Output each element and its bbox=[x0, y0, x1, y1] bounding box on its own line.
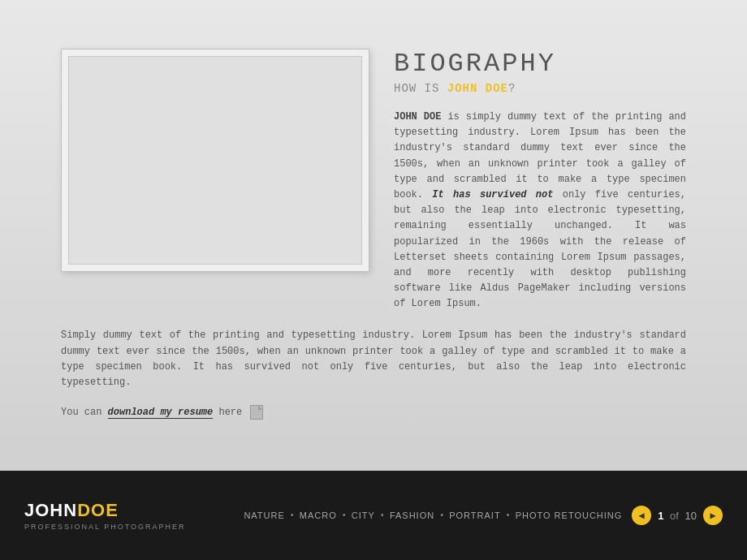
nav-separator: • bbox=[380, 511, 385, 520]
footer-nav: NATURE • MACRO • CITY • FASHION • PORTRA… bbox=[235, 510, 633, 520]
download-suffix: here bbox=[213, 407, 242, 418]
download-line: You can download my resume here bbox=[61, 405, 686, 420]
nav-separator: • bbox=[506, 511, 511, 520]
nav-item-city[interactable]: CITY bbox=[352, 510, 375, 520]
nav-item-nature[interactable]: NATURE bbox=[244, 510, 284, 520]
biography-lower-text: Simply dummy text of the printing and ty… bbox=[61, 328, 686, 390]
biography-subtitle: HOW IS JOHN DOE? bbox=[394, 82, 686, 95]
subtitle-name: JOHN DOE bbox=[447, 82, 508, 95]
logo-first: JOHN bbox=[24, 500, 77, 520]
nav-item-fashion[interactable]: FASHION bbox=[390, 510, 434, 520]
logo-subtitle: PROFESSIONAL PHOTOGRAPHER bbox=[24, 523, 186, 531]
pagination: ◀ 1 of 10 ▶ bbox=[632, 506, 723, 525]
prev-page-button[interactable]: ◀ bbox=[632, 506, 651, 525]
bio-text-p1: is simply dummy text of the printing and… bbox=[394, 111, 686, 200]
logo-second: DOE bbox=[77, 500, 119, 520]
download-resume-link[interactable]: download my resume bbox=[108, 407, 214, 419]
top-section: BIOGRAPHY HOW IS JOHN DOE? JOHN DOE is s… bbox=[61, 49, 686, 312]
nav-separator: • bbox=[439, 511, 444, 520]
next-page-button[interactable]: ▶ bbox=[703, 506, 723, 525]
footer: JOHNDOE PROFESSIONAL PHOTOGRAPHER NATURE… bbox=[0, 471, 747, 560]
page-current: 1 bbox=[658, 510, 663, 522]
biography-main-text: JOHN DOE is simply dummy text of the pri… bbox=[394, 110, 686, 312]
main-content: BIOGRAPHY HOW IS JOHN DOE? JOHN DOE is s… bbox=[0, 0, 747, 471]
subtitle-suffix: ? bbox=[508, 82, 516, 95]
biography-title: BIOGRAPHY bbox=[394, 49, 686, 79]
page-info: 1 of 10 bbox=[658, 510, 697, 522]
footer-logo: JOHNDOE PROFESSIONAL PHOTOGRAPHER bbox=[24, 500, 186, 531]
biography-right: BIOGRAPHY HOW IS JOHN DOE? JOHN DOE is s… bbox=[394, 49, 686, 312]
bio-bold-italic: It has survived not bbox=[432, 189, 553, 200]
nav-item-macro[interactable]: MACRO bbox=[300, 510, 337, 520]
logo-name: JOHNDOE bbox=[24, 500, 186, 521]
bio-bold-name: JOHN DOE bbox=[394, 111, 441, 123]
page-of: of bbox=[667, 510, 681, 522]
nav-item-portrait[interactable]: PORTRAIT bbox=[449, 510, 500, 520]
nav-separator: • bbox=[342, 511, 347, 520]
page-total: 10 bbox=[685, 510, 697, 522]
nav-item-photo-retouching[interactable]: PHOTO RETOUCHING bbox=[516, 510, 623, 520]
document-icon bbox=[250, 405, 263, 420]
subtitle-prefix: HOW IS bbox=[394, 82, 447, 95]
nav-separator: • bbox=[290, 511, 295, 520]
download-prefix: You can bbox=[61, 407, 108, 418]
bio-text-p2: only five centuries, but also the leap i… bbox=[394, 189, 686, 309]
profile-photo bbox=[61, 49, 369, 272]
